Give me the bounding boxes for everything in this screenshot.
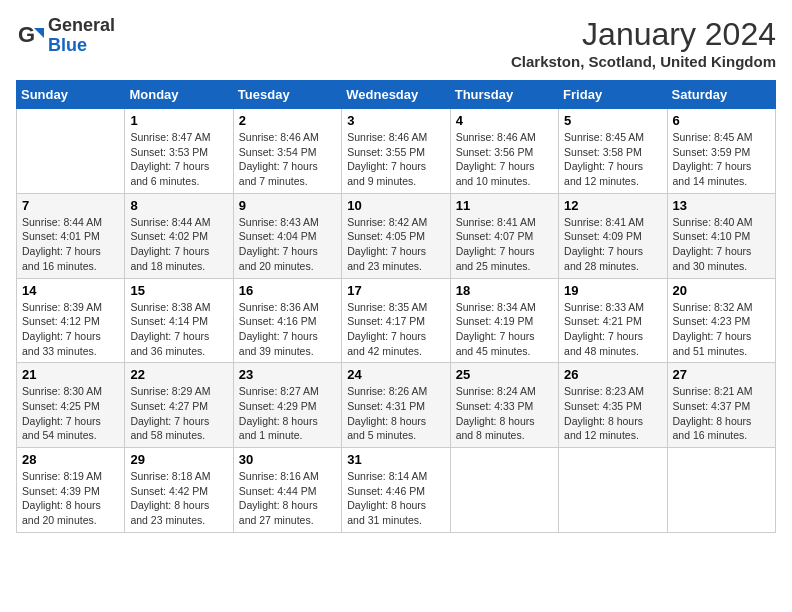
- day-number: 28: [22, 452, 119, 467]
- day-number: 26: [564, 367, 661, 382]
- calendar-cell: 31Sunrise: 8:14 AM Sunset: 4:46 PM Dayli…: [342, 448, 450, 533]
- calendar-cell: [559, 448, 667, 533]
- weekday-header-cell: Tuesday: [233, 81, 341, 109]
- weekday-header-cell: Saturday: [667, 81, 775, 109]
- calendar-cell: 3Sunrise: 8:46 AM Sunset: 3:55 PM Daylig…: [342, 109, 450, 194]
- day-number: 19: [564, 283, 661, 298]
- weekday-header-cell: Wednesday: [342, 81, 450, 109]
- calendar-cell: 26Sunrise: 8:23 AM Sunset: 4:35 PM Dayli…: [559, 363, 667, 448]
- day-number: 29: [130, 452, 227, 467]
- day-info: Sunrise: 8:42 AM Sunset: 4:05 PM Dayligh…: [347, 215, 444, 274]
- day-number: 18: [456, 283, 553, 298]
- day-number: 11: [456, 198, 553, 213]
- day-info: Sunrise: 8:34 AM Sunset: 4:19 PM Dayligh…: [456, 300, 553, 359]
- day-number: 1: [130, 113, 227, 128]
- day-info: Sunrise: 8:27 AM Sunset: 4:29 PM Dayligh…: [239, 384, 336, 443]
- day-number: 14: [22, 283, 119, 298]
- day-number: 15: [130, 283, 227, 298]
- day-number: 13: [673, 198, 770, 213]
- day-number: 24: [347, 367, 444, 382]
- day-info: Sunrise: 8:19 AM Sunset: 4:39 PM Dayligh…: [22, 469, 119, 528]
- calendar-cell: 28Sunrise: 8:19 AM Sunset: 4:39 PM Dayli…: [17, 448, 125, 533]
- day-info: Sunrise: 8:16 AM Sunset: 4:44 PM Dayligh…: [239, 469, 336, 528]
- day-info: Sunrise: 8:32 AM Sunset: 4:23 PM Dayligh…: [673, 300, 770, 359]
- day-number: 20: [673, 283, 770, 298]
- calendar-cell: 27Sunrise: 8:21 AM Sunset: 4:37 PM Dayli…: [667, 363, 775, 448]
- day-number: 4: [456, 113, 553, 128]
- day-info: Sunrise: 8:14 AM Sunset: 4:46 PM Dayligh…: [347, 469, 444, 528]
- calendar-cell: 22Sunrise: 8:29 AM Sunset: 4:27 PM Dayli…: [125, 363, 233, 448]
- calendar-cell: 14Sunrise: 8:39 AM Sunset: 4:12 PM Dayli…: [17, 278, 125, 363]
- month-title: January 2024: [511, 16, 776, 53]
- day-info: Sunrise: 8:38 AM Sunset: 4:14 PM Dayligh…: [130, 300, 227, 359]
- day-number: 23: [239, 367, 336, 382]
- weekday-header-cell: Thursday: [450, 81, 558, 109]
- calendar-cell: 8Sunrise: 8:44 AM Sunset: 4:02 PM Daylig…: [125, 193, 233, 278]
- calendar-cell: 2Sunrise: 8:46 AM Sunset: 3:54 PM Daylig…: [233, 109, 341, 194]
- day-info: Sunrise: 8:33 AM Sunset: 4:21 PM Dayligh…: [564, 300, 661, 359]
- calendar-cell: 19Sunrise: 8:33 AM Sunset: 4:21 PM Dayli…: [559, 278, 667, 363]
- day-info: Sunrise: 8:47 AM Sunset: 3:53 PM Dayligh…: [130, 130, 227, 189]
- calendar-cell: 18Sunrise: 8:34 AM Sunset: 4:19 PM Dayli…: [450, 278, 558, 363]
- calendar-cell: [667, 448, 775, 533]
- calendar-cell: 7Sunrise: 8:44 AM Sunset: 4:01 PM Daylig…: [17, 193, 125, 278]
- day-info: Sunrise: 8:35 AM Sunset: 4:17 PM Dayligh…: [347, 300, 444, 359]
- day-info: Sunrise: 8:45 AM Sunset: 3:58 PM Dayligh…: [564, 130, 661, 189]
- svg-text:G: G: [18, 22, 35, 47]
- day-info: Sunrise: 8:45 AM Sunset: 3:59 PM Dayligh…: [673, 130, 770, 189]
- calendar-table: SundayMondayTuesdayWednesdayThursdayFrid…: [16, 80, 776, 533]
- calendar-cell: 25Sunrise: 8:24 AM Sunset: 4:33 PM Dayli…: [450, 363, 558, 448]
- logo: G General Blue: [16, 16, 115, 56]
- title-block: January 2024 Clarkston, Scotland, United…: [511, 16, 776, 70]
- day-number: 6: [673, 113, 770, 128]
- location-text: Clarkston, Scotland, United Kingdom: [511, 53, 776, 70]
- calendar-week-row: 1Sunrise: 8:47 AM Sunset: 3:53 PM Daylig…: [17, 109, 776, 194]
- calendar-cell: 9Sunrise: 8:43 AM Sunset: 4:04 PM Daylig…: [233, 193, 341, 278]
- day-number: 17: [347, 283, 444, 298]
- day-info: Sunrise: 8:46 AM Sunset: 3:56 PM Dayligh…: [456, 130, 553, 189]
- day-number: 9: [239, 198, 336, 213]
- day-number: 10: [347, 198, 444, 213]
- logo-icon: G: [16, 22, 44, 50]
- day-number: 21: [22, 367, 119, 382]
- calendar-cell: 12Sunrise: 8:41 AM Sunset: 4:09 PM Dayli…: [559, 193, 667, 278]
- logo-blue-text: Blue: [48, 35, 87, 55]
- day-number: 3: [347, 113, 444, 128]
- day-number: 2: [239, 113, 336, 128]
- weekday-header-row: SundayMondayTuesdayWednesdayThursdayFrid…: [17, 81, 776, 109]
- svg-marker-1: [34, 28, 44, 38]
- calendar-week-row: 14Sunrise: 8:39 AM Sunset: 4:12 PM Dayli…: [17, 278, 776, 363]
- page-header: G General Blue January 2024 Clarkston, S…: [16, 16, 776, 70]
- day-info: Sunrise: 8:18 AM Sunset: 4:42 PM Dayligh…: [130, 469, 227, 528]
- day-info: Sunrise: 8:39 AM Sunset: 4:12 PM Dayligh…: [22, 300, 119, 359]
- day-number: 5: [564, 113, 661, 128]
- day-number: 7: [22, 198, 119, 213]
- day-info: Sunrise: 8:23 AM Sunset: 4:35 PM Dayligh…: [564, 384, 661, 443]
- day-number: 30: [239, 452, 336, 467]
- day-number: 25: [456, 367, 553, 382]
- calendar-cell: [17, 109, 125, 194]
- day-info: Sunrise: 8:30 AM Sunset: 4:25 PM Dayligh…: [22, 384, 119, 443]
- calendar-cell: 21Sunrise: 8:30 AM Sunset: 4:25 PM Dayli…: [17, 363, 125, 448]
- calendar-cell: 15Sunrise: 8:38 AM Sunset: 4:14 PM Dayli…: [125, 278, 233, 363]
- calendar-cell: 16Sunrise: 8:36 AM Sunset: 4:16 PM Dayli…: [233, 278, 341, 363]
- weekday-header-cell: Sunday: [17, 81, 125, 109]
- day-info: Sunrise: 8:46 AM Sunset: 3:55 PM Dayligh…: [347, 130, 444, 189]
- day-info: Sunrise: 8:40 AM Sunset: 4:10 PM Dayligh…: [673, 215, 770, 274]
- day-number: 22: [130, 367, 227, 382]
- day-info: Sunrise: 8:26 AM Sunset: 4:31 PM Dayligh…: [347, 384, 444, 443]
- day-info: Sunrise: 8:43 AM Sunset: 4:04 PM Dayligh…: [239, 215, 336, 274]
- day-info: Sunrise: 8:46 AM Sunset: 3:54 PM Dayligh…: [239, 130, 336, 189]
- calendar-cell: 23Sunrise: 8:27 AM Sunset: 4:29 PM Dayli…: [233, 363, 341, 448]
- weekday-header-cell: Friday: [559, 81, 667, 109]
- day-info: Sunrise: 8:41 AM Sunset: 4:09 PM Dayligh…: [564, 215, 661, 274]
- day-info: Sunrise: 8:24 AM Sunset: 4:33 PM Dayligh…: [456, 384, 553, 443]
- day-info: Sunrise: 8:44 AM Sunset: 4:01 PM Dayligh…: [22, 215, 119, 274]
- calendar-body: 1Sunrise: 8:47 AM Sunset: 3:53 PM Daylig…: [17, 109, 776, 533]
- day-info: Sunrise: 8:21 AM Sunset: 4:37 PM Dayligh…: [673, 384, 770, 443]
- day-number: 31: [347, 452, 444, 467]
- day-number: 27: [673, 367, 770, 382]
- weekday-header-cell: Monday: [125, 81, 233, 109]
- calendar-cell: [450, 448, 558, 533]
- calendar-cell: 4Sunrise: 8:46 AM Sunset: 3:56 PM Daylig…: [450, 109, 558, 194]
